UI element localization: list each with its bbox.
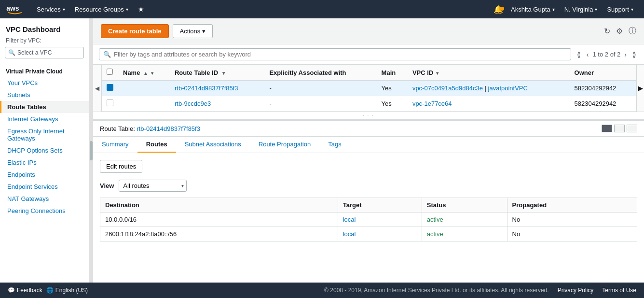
view-select-wrap[interactable]: All routes Custom routes Propagated rout… [119,180,187,192]
sidebar-item-peering[interactable]: Peering Connections [0,205,89,217]
sidebar-item-egress-only[interactable]: Egress Only Internet Gateways [0,125,89,144]
svg-text:aws: aws [6,4,19,12]
row1-route-table-id[interactable]: rtb-02414d9837f7f85f3 [170,81,264,96]
first-page-button[interactable]: ⟪ [575,50,583,59]
scroll-hint: · · · [93,112,644,120]
tab-route-propagation[interactable]: Route Propagation [250,137,319,153]
terms-of-use-link[interactable]: Terms of Use [602,287,636,294]
row1-id-link[interactable]: rtb-02414d9837f7f85f3 [175,85,238,92]
support-menu[interactable]: Support ▾ [602,0,638,18]
services-nav[interactable]: Services ▾ [32,0,70,18]
scroll-left-indicator[interactable]: ◀ [93,65,102,112]
row2-vpc-id: vpc-1e77ce64 [408,96,570,112]
sidebar-filter-label: Filter by VPC: [0,36,89,45]
tab-subnet-associations[interactable]: Subnet Associations [176,137,250,153]
sidebar-item-dhcp[interactable]: DHCP Options Sets [0,144,89,156]
nav-right: 🔔 Akshita Gupta ▾ N. Virginia ▾ Support … [491,0,638,18]
route1-propagated: No [507,213,637,227]
row1-name [118,81,170,96]
col-name[interactable]: Name ▲ ▾ [118,65,170,81]
user-menu[interactable]: Akshita Gupta ▾ [506,0,560,18]
view-bottom-icon[interactable] [614,125,625,132]
search-icon: 🔍 [8,49,15,56]
resource-groups-nav[interactable]: Resource Groups ▾ [70,0,133,18]
pin-icon[interactable]: ★ [133,5,149,13]
row1-checkbox-cell[interactable] [102,81,118,96]
sidebar-item-subnets[interactable]: Subnets [0,89,89,101]
sidebar-item-your-vpcs[interactable]: Your VPCs [0,77,89,89]
route-tables-table: Name ▲ ▾ Route Table ID ▼ Explicitly Ass… [102,65,636,112]
col-explicitly-associated[interactable]: Explicitly Associated with [264,65,376,81]
view-selector: View All routes Custom routes Propagated… [100,180,637,192]
search-input-wrap[interactable]: 🔍 [99,48,571,60]
table-header-row: Name ▲ ▾ Route Table ID ▼ Explicitly Ass… [102,65,636,81]
tab-summary[interactable]: Summary [93,137,137,153]
refresh-icon[interactable]: ↻ [604,27,610,36]
sidebar-scrollbar[interactable] [89,18,93,283]
vpc-section-title: Virtual Private Cloud [0,63,89,77]
row1-owner: 582304292942 [570,81,636,96]
view-split-icon[interactable] [602,125,612,132]
row2-vpc-link[interactable]: vpc-1e77ce64 [412,100,452,107]
table-inner: Name ▲ ▾ Route Table ID ▼ Explicitly Ass… [102,65,636,112]
language-selector[interactable]: 🌐 English (US) [46,287,88,294]
vpc-filter-select[interactable]: 🔍 Select a VPC [5,47,84,58]
route2-destination: 2600:1f18:24a2:8a00::/56 [100,227,338,241]
create-route-table-button[interactable]: Create route table [101,24,169,38]
row1-checkbox[interactable] [107,84,113,91]
sidebar-item-route-tables[interactable]: Route Tables [0,101,89,113]
name-filter-icon[interactable]: ▾ [151,71,153,76]
col-vpc-id[interactable]: VPC ID ▾ [408,65,570,81]
row2-checkbox[interactable] [107,99,113,106]
row2-id-link[interactable]: rtb-9ccdc9e3 [175,100,211,107]
table-row[interactable]: rtb-02414d9837f7f85f3 - Yes vpc-07c0491a… [102,81,636,96]
sidebar-item-elastic-ips[interactable]: Elastic IPs [0,156,89,169]
scroll-right-indicator[interactable]: ▶ [636,65,644,112]
name-sort-icon: ▲ [143,71,148,76]
select-all-header[interactable] [102,65,118,81]
view-full-icon[interactable] [627,125,637,132]
resource-groups-chevron-icon: ▾ [126,7,128,12]
notifications-bell[interactable]: 🔔 [491,5,506,14]
route2-target-value: local [343,230,356,238]
detail-route-table-id[interactable]: rtb-02414d9837f7f85f3 [137,125,200,132]
prev-page-button[interactable]: ‹ [585,50,591,59]
sidebar-item-internet-gateways[interactable]: Internet Gateways [0,113,89,125]
region-chevron-icon: ▾ [595,7,597,12]
row2-route-table-id[interactable]: rtb-9ccdc9e3 [170,96,264,112]
col-main[interactable]: Main [377,65,408,81]
aws-logo[interactable]: aws [6,3,24,15]
col-status: Status [422,198,507,213]
sidebar-item-nat-gateways[interactable]: NAT Gateways [0,193,89,205]
select-all-checkbox[interactable] [107,69,113,75]
next-page-button[interactable]: › [622,50,629,59]
row2-name [118,96,170,112]
sidebar-item-endpoint-services[interactable]: Endpoint Services [0,181,89,193]
col-owner[interactable]: Owner [570,65,636,81]
sidebar-item-endpoints[interactable]: Endpoints [0,169,89,181]
tab-routes[interactable]: Routes [137,137,176,153]
privacy-policy-link[interactable]: Privacy Policy [558,287,594,294]
search-input[interactable] [114,51,567,58]
scroll-dots: · · · [363,113,374,118]
edit-routes-button[interactable]: Edit routes [100,160,142,173]
row1-vpc-link[interactable]: vpc-07c0491a5d9d84c3e [412,85,483,92]
region-menu[interactable]: N. Virginia ▾ [560,0,603,18]
help-icon[interactable]: ⓘ [629,26,636,36]
row2-checkbox-cell[interactable] [102,96,118,112]
settings-icon[interactable]: ⚙ [616,27,623,36]
copyright-text: © 2008 - 2019, Amazon Internet Services … [324,287,549,294]
actions-button[interactable]: Actions ▾ [173,24,213,38]
view-select[interactable]: All routes Custom routes Propagated rout… [119,180,187,192]
col-route-table-id[interactable]: Route Table ID ▼ [170,65,264,81]
vpc-filter-icon[interactable]: ▾ [436,71,438,76]
row1-explicitly-associated: - [264,81,376,96]
bottom-bar: 💬 Feedback 🌐 English (US) © 2008 - 2019,… [0,283,644,298]
row1-vpc-separator: | [485,85,488,92]
tab-tags[interactable]: Tags [319,137,350,153]
row1-vpc-alias-link[interactable]: javatpointVPC [488,85,528,92]
last-page-button[interactable]: ⟫ [630,50,638,59]
feedback-button[interactable]: 💬 Feedback [8,287,42,294]
row1-main: Yes [377,81,408,96]
table-row[interactable]: rtb-9ccdc9e3 - Yes vpc-1e77ce64 58230429… [102,96,636,112]
